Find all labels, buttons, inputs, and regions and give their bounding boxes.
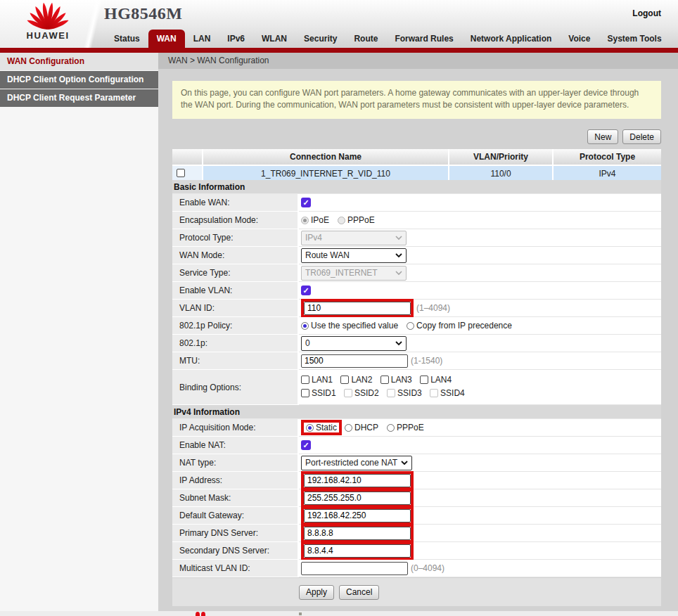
tab-forward-rules[interactable]: Forward Rules [386,30,461,48]
ipoe-radio-option[interactable]: IPoE [301,215,329,225]
cell-connection-name: 1_TR069_INTERNET_R_VID_110 [203,165,449,180]
table-row[interactable]: 1_TR069_INTERNET_R_VID_110 110/0 IPv4 [172,165,661,180]
ssid4-checkbox [430,389,438,397]
row-default-gateway: Default Gateway: [172,507,661,525]
section-basic-information: Basic Information [172,180,661,194]
nat-type-select[interactable]: Port-restricted cone NAT [301,456,412,470]
ipoe-radio-label: IPoE [311,215,329,225]
row-secondary-dns: Secondary DNS Server: [172,542,661,560]
vlan-id-input[interactable] [304,302,411,315]
lan1-option[interactable]: LAN1 [301,375,333,385]
multicast-vlan-input[interactable] [301,562,408,575]
tab-route[interactable]: Route [345,30,386,48]
row-8021p-policy: 802.1p Policy: Use the specified value C… [172,317,661,335]
lan1-checkbox[interactable] [301,376,309,384]
service-type-value: TR069_INTERNET [305,268,378,278]
huawei-flower-icon [25,1,71,30]
field-label: Enable NAT: [172,437,299,454]
default-gateway-input[interactable] [304,509,411,522]
field-label: IP Acquisition Mode: [172,419,299,437]
breadcrumb: WAN > WAN Configuration [158,53,678,69]
logout-link[interactable]: Logout [632,8,661,18]
sidebar-item-dhcp-client-option[interactable]: DHCP Client Option Configuration [0,71,158,89]
tab-voice[interactable]: Voice [560,30,599,48]
apply-button[interactable]: Apply [299,585,334,600]
static-radio-option[interactable]: Static [306,423,337,432]
brand-text: HUAWEI [11,30,84,41]
lan2-option[interactable]: LAN2 [340,375,372,385]
new-button[interactable]: New [587,129,618,144]
tab-status[interactable]: Status [105,30,148,48]
field-label: MTU: [172,352,299,370]
row-checkbox[interactable] [177,169,185,177]
sidebar-item-dhcp-client-request[interactable]: DHCP Client Request Parameter [0,89,158,107]
specified-value-radio[interactable] [301,322,309,330]
nat-type-value: Port-restricted cone NAT [305,458,397,468]
dhcp-radio[interactable] [345,424,352,432]
protocol-type-value: IPv4 [305,233,322,243]
enable-wan-checkbox[interactable]: ✓ [301,198,311,207]
app-header: HUAWEI HG8546M Logout Status WAN LAN IPv… [0,0,678,48]
enable-vlan-checkbox[interactable]: ✓ [301,285,311,295]
field-label: Enable VLAN: [172,282,299,300]
tab-lan[interactable]: LAN [185,30,219,48]
pppoe-mode-radio[interactable] [387,424,395,432]
field-label: Service Type: [172,264,299,282]
row-8021p: 802.1p: 0 [172,335,661,352]
lan2-checkbox[interactable] [340,376,349,384]
cancel-button[interactable]: Cancel [339,585,379,600]
field-label: IP Address: [172,472,299,489]
ssid1-option[interactable]: SSID1 [301,388,336,398]
subnet-mask-highlight [301,489,414,508]
lan1-label: LAN1 [312,375,333,385]
8021p-select[interactable]: 0 [301,336,407,351]
tab-ipv6[interactable]: IPv6 [219,30,253,48]
ip-address-input[interactable] [304,474,411,487]
footer-huawei-logo-partial [196,612,208,616]
lan3-option[interactable]: LAN3 [380,375,412,385]
field-label: Enable WAN: [172,194,299,212]
field-label: 802.1p Policy: [172,317,299,335]
ssid1-checkbox[interactable] [301,389,309,397]
specified-value-radio-option[interactable]: Use the specified value [301,321,398,331]
lan4-checkbox[interactable] [420,376,428,384]
ip-precedence-radio[interactable] [407,322,414,330]
subnet-mask-input[interactable] [304,492,411,505]
tab-network-application[interactable]: Network Application [462,30,561,48]
lan4-option[interactable]: LAN4 [420,375,452,385]
static-highlight: Static [301,420,342,435]
tab-wan[interactable]: WAN [148,30,185,48]
mtu-hint: (1-1540) [411,356,442,366]
mtu-input[interactable] [301,354,408,368]
field-label: NAT type: [172,454,299,472]
tab-security[interactable]: Security [295,30,345,48]
sidebar-item-wan-configuration[interactable]: WAN Configuration [0,53,158,70]
row-encapsulation-mode: Encapsulation Mode: IPoE PPPoE [172,212,661,229]
footer-mark [299,612,302,615]
info-box: On this page, you can configure WAN port… [172,81,661,119]
enable-nat-checkbox[interactable]: ✓ [301,440,311,450]
pppoe-radio-option[interactable]: PPPoE [338,215,375,225]
pppoe-mode-radio-option[interactable]: PPPoE [387,423,424,432]
multicast-vlan-hint: (0–4094) [411,563,444,573]
tab-system-tools[interactable]: System Tools [599,30,670,48]
col-vlan-priority: VLAN/Priority [449,149,554,165]
row-protocol-type: Protocol Type: IPv4 [172,229,661,247]
ip-precedence-radio-option[interactable]: Copy from IP precedence [407,321,512,331]
field-label: VLAN ID: [172,300,299,317]
ipoe-radio[interactable] [301,217,309,224]
pppoe-radio[interactable] [338,217,345,224]
ssid4-label: SSID4 [440,388,465,398]
secondary-dns-input[interactable] [304,544,411,558]
lan3-checkbox[interactable] [380,376,389,384]
ssid4-option: SSID4 [430,388,465,398]
static-radio[interactable] [306,424,314,432]
ssid-checkbox-group: SSID1 SSID2 SSID3 SSID4 [301,388,471,399]
delete-button[interactable]: Delete [622,129,661,144]
wan-mode-select[interactable]: Route WAN [301,248,407,263]
dhcp-radio-option[interactable]: DHCP [345,423,378,432]
primary-dns-input[interactable] [304,527,411,540]
huawei-logo: HUAWEI [11,1,84,41]
lan3-label: LAN3 [391,375,412,385]
tab-wlan[interactable]: WLAN [253,30,295,48]
